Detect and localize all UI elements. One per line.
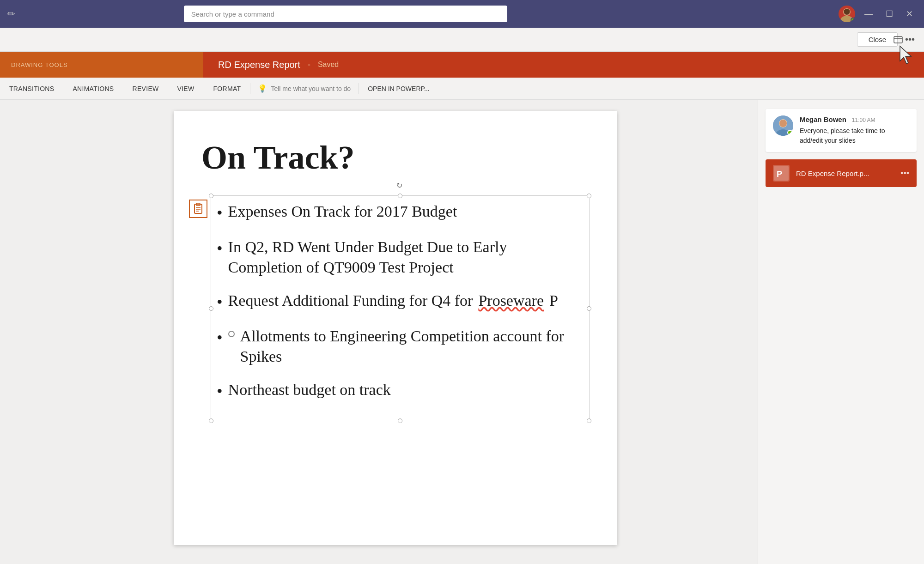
ribbon-left: DRAWING TOOLS (0, 52, 203, 78)
more-button[interactable]: ••• (905, 34, 915, 45)
titlebar-controls: — ☐ ✕ (839, 6, 917, 22)
tab-view[interactable]: VIEW (168, 78, 204, 99)
list-item-1: Expenses On Track for 2017 Budget (217, 201, 584, 224)
handle-tr[interactable] (587, 194, 591, 198)
list-item-3: Request Additional Funding for Q4 for Pr… (217, 291, 584, 313)
teams-titlebar: ✏ Search or type a command — ☐ ✕ (0, 0, 924, 28)
message-content: Megan Bowen 11:00 AM Everyone, please ta… (800, 115, 909, 146)
message-time: 11:00 AM (852, 117, 875, 123)
avatar[interactable] (839, 6, 855, 22)
file-name: RD Expense Report (218, 60, 300, 70)
avatar-status (851, 18, 855, 22)
edit-icon[interactable]: ✏ (7, 8, 15, 19)
maximize-button[interactable]: ☐ (882, 7, 897, 21)
search-bar[interactable]: Search or type a command (184, 6, 507, 22)
slide-canvas: On Track? ↻ (174, 111, 617, 545)
handle-ml[interactable] (209, 306, 213, 311)
text-box-selected[interactable]: ↻ Expenses On Track for 2017 Budget In Q… (211, 195, 590, 421)
ppt-ribbon-header: DRAWING TOOLS RD Expense Report - Saved (0, 52, 924, 78)
lightbulb-icon: 💡 (258, 84, 267, 93)
message-sender: Megan Bowen (800, 115, 846, 123)
circle-bullet (228, 331, 235, 337)
tab-review[interactable]: REVIEW (123, 78, 168, 99)
tab-open-in-ppt[interactable]: OPEN IN POWERP... (359, 78, 439, 99)
ppt-container: Close ••• DRAWING TOOLS RD Expense Repor… (0, 28, 924, 564)
tab-format[interactable]: FORMAT (204, 78, 250, 99)
handle-bl[interactable] (209, 418, 213, 423)
ppt-actionbar: Close ••• (0, 28, 924, 52)
tab-transitions[interactable]: TRANSITIONS (0, 78, 63, 99)
list-item-5: Northeast budget on track (217, 380, 584, 402)
ribbon-status: Saved (318, 61, 339, 69)
file-ppt-icon: P (773, 165, 790, 182)
handle-bc[interactable] (398, 418, 402, 423)
slide-title: On Track? (201, 139, 590, 177)
message-avatar-status (787, 130, 793, 135)
handle-tl[interactable] (209, 194, 213, 198)
message-header: Megan Bowen 11:00 AM (800, 115, 909, 123)
list-item-4: Allotments to Engineering Competition ac… (217, 326, 584, 367)
tell-me-label: Tell me what you want to do (271, 85, 351, 92)
message-avatar (773, 115, 793, 136)
rotate-handle[interactable]: ↻ (396, 181, 404, 188)
spellcheck-word: Proseware (478, 291, 544, 311)
chat-message: Megan Bowen 11:00 AM Everyone, please ta… (766, 109, 917, 152)
handle-mr[interactable] (587, 306, 591, 311)
slide-area: On Track? ↻ (0, 100, 758, 564)
notification-icon[interactable] (891, 33, 906, 48)
tell-me-area[interactable]: 💡 Tell me what you want to do (250, 84, 358, 93)
ppt-tabs: TRANSITIONS ANIMATIONS REVIEW VIEW FORMA… (0, 78, 924, 100)
bullet-list: Expenses On Track for 2017 Budget In Q2,… (217, 201, 584, 402)
handle-tc[interactable] (398, 194, 402, 198)
handle-br[interactable] (587, 418, 591, 423)
paste-icon[interactable] (189, 200, 207, 218)
tab-animations[interactable]: ANIMATIONS (63, 78, 123, 99)
drawing-tools-label: DRAWING TOOLS (11, 61, 68, 68)
svg-rect-3 (894, 36, 902, 43)
message-text: Everyone, please take time to add/edit y… (800, 126, 909, 146)
minimize-button[interactable]: — (861, 7, 876, 21)
svg-point-13 (779, 120, 787, 127)
close-button[interactable]: ✕ (902, 7, 917, 21)
ribbon-dash: - (308, 60, 310, 70)
search-placeholder: Search or type a command (191, 10, 274, 18)
file-name: RD Expense Report.p... (796, 170, 894, 177)
list-item-2: In Q2, RD Went Under Budget Due to Early… (217, 237, 584, 278)
ribbon-center: RD Expense Report - Saved (203, 52, 924, 78)
right-panel: Megan Bowen 11:00 AM Everyone, please ta… (758, 100, 924, 564)
file-more-button[interactable]: ••• (900, 169, 909, 178)
ppt-main: On Track? ↻ (0, 100, 924, 564)
svg-text:P: P (777, 170, 782, 179)
file-attachment[interactable]: P RD Expense Report.p... ••• (766, 159, 917, 187)
